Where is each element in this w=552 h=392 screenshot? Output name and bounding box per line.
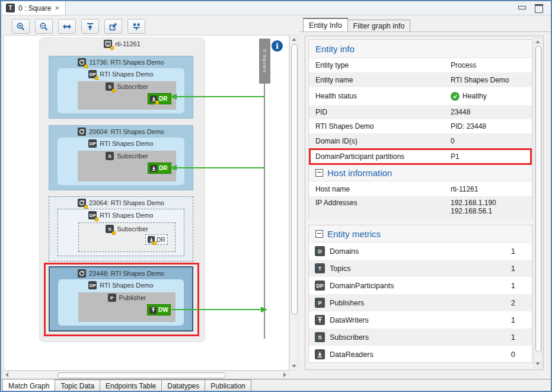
title-bar: T 0 : Square × xyxy=(1,1,551,15)
align-top-icon xyxy=(85,22,95,31)
graph-vertical-scrollbar[interactable] xyxy=(289,35,298,371)
close-icon[interactable]: × xyxy=(55,4,59,12)
publisher-node[interactable]: P Publisher DW xyxy=(78,292,176,322)
publisher-icon: P xyxy=(315,298,325,308)
participant-header: DP RTI Shapes Demo xyxy=(58,138,184,149)
row-label: Entity type xyxy=(309,61,451,69)
row-label: Health status xyxy=(309,92,451,100)
process-icon xyxy=(78,128,86,136)
process-node-23064[interactable]: 23064: RTI Shapes Demo DP RTI Shapes Dem… xyxy=(49,196,193,262)
tab-filter-graph-info[interactable]: Filter graph info xyxy=(348,20,411,32)
maximize-icon[interactable] xyxy=(535,4,543,13)
publisher-header: P Publisher xyxy=(78,292,176,303)
tab-match-graph[interactable]: Match Graph xyxy=(2,380,55,392)
datareader-endpoint[interactable]: DR xyxy=(145,234,168,245)
layout-button[interactable] xyxy=(127,19,145,34)
tab-entity-info[interactable]: Entity Info xyxy=(303,18,348,32)
collapse-icon[interactable] xyxy=(315,169,323,177)
subscriber-node[interactable]: S Subscriber DR xyxy=(78,151,176,181)
zoom-in-button[interactable] xyxy=(12,19,30,34)
process-title: 23064: RTI Shapes Demo xyxy=(89,199,164,206)
datareader-endpoint[interactable]: DR xyxy=(148,93,171,104)
host-node[interactable]: rti-11261 11736: RTI Shapes Demo DP RTI … xyxy=(39,37,205,342)
scroll-up-icon[interactable] xyxy=(535,40,540,43)
align-top-button[interactable] xyxy=(81,19,99,34)
match-link xyxy=(177,167,264,168)
metric-row: T Topics 1 xyxy=(309,260,532,277)
datareader-endpoint[interactable]: DR xyxy=(148,162,171,174)
scroll-right-icon[interactable] xyxy=(283,372,286,377)
participant-node[interactable]: DP RTI Shapes Demo S Subscriber DR xyxy=(58,209,184,256)
metric-label: Publishers xyxy=(330,299,511,307)
participant-node[interactable]: DP RTI Shapes Demo P Publisher DW xyxy=(58,279,184,326)
row-label: IP Addresses xyxy=(309,199,451,207)
scroll-down-icon[interactable] xyxy=(292,365,296,368)
row-value: P1 xyxy=(451,152,460,161)
tab-topic-data[interactable]: Topic Data xyxy=(55,380,100,391)
process-node-11736[interactable]: 11736: RTI Shapes Demo DP RTI Shapes Dem… xyxy=(49,56,193,119)
process-title: 20604: RTI Shapes Demo xyxy=(89,128,164,135)
metric-row: S Subscribers 1 xyxy=(309,329,532,346)
warning-badge xyxy=(95,218,98,221)
zoom-out-icon xyxy=(39,22,49,31)
participant-node[interactable]: DP RTI Shapes Demo S Subscriber DR xyxy=(58,68,184,113)
graph-vertical-scroll-thumb[interactable] xyxy=(291,44,298,315)
ip-address: 192.168.1.190 xyxy=(451,199,496,207)
info-row: Health status Healthy xyxy=(309,87,532,105)
minimize-icon[interactable] xyxy=(518,6,526,9)
info-row: Domain ID(s) 0 xyxy=(309,133,532,148)
zoom-out-button[interactable] xyxy=(35,19,53,34)
subscriber-icon: S xyxy=(315,332,325,342)
metric-value: 2 xyxy=(511,298,532,307)
participant-header: DP RTI Shapes Demo xyxy=(58,209,184,221)
datareader-icon xyxy=(150,95,157,103)
fit-width-button[interactable] xyxy=(58,19,76,34)
subscriber-node[interactable]: S Subscriber DR xyxy=(78,222,176,252)
row-label: DomainParticipant partitions xyxy=(311,152,451,161)
info-icon[interactable]: i xyxy=(272,40,283,52)
process-header: 11736: RTI Shapes Demo xyxy=(49,56,193,68)
row-label: Host name xyxy=(309,185,451,193)
scroll-up-icon[interactable] xyxy=(292,38,296,41)
row-value: PID: 23448 xyxy=(451,122,486,130)
graph-horizontal-scroll-thumb[interactable] xyxy=(58,372,226,378)
tab-endpoints-table[interactable]: Endpoints Table xyxy=(100,380,162,391)
datareader-icon xyxy=(150,165,157,172)
participant-label: RTI Shapes Demo xyxy=(100,71,153,78)
export-button[interactable] xyxy=(104,19,122,34)
scroll-left-icon[interactable] xyxy=(5,372,8,377)
metric-label: Domains xyxy=(330,247,511,256)
topic-node-line[interactable] xyxy=(264,84,265,339)
info-row: RTI Shapes Demo PID: 23448 xyxy=(309,119,532,133)
tab-datatypes[interactable]: Datatypes xyxy=(162,380,205,391)
process-node-23448[interactable]: 23448: RTI Shapes Demo DP RTI Shapes Dem… xyxy=(49,266,193,332)
document-tab[interactable]: T 0 : Square × xyxy=(2,1,66,15)
section-title: Entity metrics xyxy=(327,229,381,239)
panel-vertical-scroll-thumb[interactable] xyxy=(535,46,541,352)
topic-node[interactable]: 0:Square xyxy=(259,39,270,84)
info-row: IP Addresses 192.168.1.190 192.168.56.1 xyxy=(309,196,532,220)
row-value: Process xyxy=(451,61,476,69)
match-graph-canvas[interactable]: rti-11261 11736: RTI Shapes Demo DP RTI … xyxy=(4,35,289,371)
scroll-down-icon[interactable] xyxy=(535,362,540,365)
collapse-icon[interactable] xyxy=(315,230,323,238)
process-node-20604[interactable]: 20604: RTI Shapes Demo DP RTI Shapes Dem… xyxy=(49,125,193,190)
info-panel-tabs: Entity Info Filter graph info xyxy=(303,18,410,32)
entity-info-panel: Entity info Entity type Process Entity n… xyxy=(305,36,544,370)
subscriber-header: S Subscriber xyxy=(78,81,176,92)
section-title: Entity info xyxy=(315,44,355,54)
bottom-tab-bar: Match Graph Topic Data Endpoints Table D… xyxy=(2,380,251,392)
fit-width-icon xyxy=(62,22,72,31)
panel-vertical-scrollbar[interactable] xyxy=(534,37,542,368)
metric-label: DataWriters xyxy=(330,316,511,324)
graph-horizontal-scrollbar[interactable] xyxy=(2,371,289,379)
participant-node[interactable]: DP RTI Shapes Demo S Subscriber DR xyxy=(58,138,184,185)
datawriter-endpoint[interactable]: DW xyxy=(147,304,171,315)
participant-label: RTI Shapes Demo xyxy=(100,140,153,147)
row-value: 0 xyxy=(451,137,455,145)
subscriber-node[interactable]: S Subscriber DR xyxy=(78,81,176,110)
tab-publication[interactable]: Publication xyxy=(205,380,251,391)
warning-badge xyxy=(110,46,114,50)
datareader-label: DR xyxy=(159,95,167,102)
app-window: T 0 : Square × rti-11 xyxy=(0,0,552,392)
